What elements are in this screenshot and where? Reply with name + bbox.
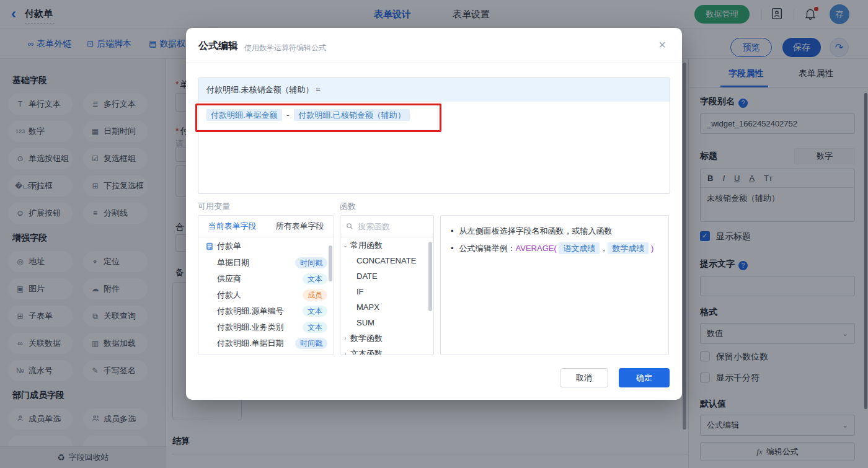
function-item[interactable]: SUM: [340, 315, 433, 330]
variable-item[interactable]: 供应商文本: [198, 271, 334, 287]
example-field-chip: 数学成绩: [608, 242, 649, 254]
type-badge: 成员: [303, 289, 327, 301]
variables-scrollbar[interactable]: [329, 245, 332, 281]
formula-field-token[interactable]: 付款明细.单据金额: [206, 109, 282, 121]
tab-current-form-fields[interactable]: 当前表单字段: [198, 221, 266, 232]
tip-example: 公式编辑举例：AVERAGE( 语文成绩，数学成绩 ): [451, 240, 658, 257]
modal-subtitle: 使用数学运算符编辑公式: [244, 43, 326, 53]
type-badge: 文本: [303, 306, 327, 317]
function-group-text[interactable]: ›文本函数: [340, 346, 433, 355]
functions-label: 函数: [340, 201, 356, 212]
type-badge: 时间戳: [295, 257, 327, 268]
function-search[interactable]: [340, 216, 433, 237]
type-badge: 时间戳: [295, 338, 327, 349]
cancel-button[interactable]: 取消: [560, 368, 608, 387]
example-field-chip: 语文成绩: [559, 242, 600, 254]
confirm-button[interactable]: 确定: [619, 368, 670, 387]
variable-item[interactable]: 付款明细.业务类别文本: [198, 319, 334, 335]
functions-scrollbar[interactable]: [428, 242, 432, 311]
function-item[interactable]: MAPX: [340, 299, 433, 315]
tips-panel: 从左侧面板选择字段名和函数，或输入函数 公式编辑举例：AVERAGE( 语文成绩…: [440, 215, 669, 355]
variable-item[interactable]: 单据日期时间戳: [198, 255, 334, 271]
chevron-down-icon: ⌄: [340, 242, 350, 249]
variable-item[interactable]: 付款人成员: [198, 287, 334, 303]
search-icon: [346, 223, 353, 230]
chevron-right-icon: ›: [340, 335, 350, 342]
function-name: AVERAGE(: [516, 244, 557, 253]
function-group-common[interactable]: ⌄常用函数: [340, 237, 433, 253]
divider: [186, 63, 682, 63]
type-badge: 文本: [303, 273, 327, 285]
functions-panel: ⌄常用函数 CONCATENATE DATE IF MAPX SUM ›数学函数…: [340, 215, 434, 355]
formula-expression[interactable]: 付款明细.单据金额 - 付款明细.已核销金额（辅助）: [198, 102, 670, 129]
formula-field-token[interactable]: 付款明细.已核销金额（辅助）: [294, 109, 410, 121]
formula-target: 付款明细.未核销金额（辅助） =: [198, 78, 670, 102]
function-item[interactable]: IF: [340, 284, 433, 299]
variables-panel: 当前表单字段 所有表单字段 付款单 单据日期时间戳 供应商文本 付款人成员 付款…: [198, 215, 334, 355]
variables-label: 可用变量: [198, 201, 230, 212]
formula-operator: -: [286, 110, 289, 120]
variable-item[interactable]: 付款明细.单据日期时间戳: [198, 335, 334, 351]
function-close: ): [651, 244, 653, 253]
tab-all-form-fields[interactable]: 所有表单字段: [266, 221, 334, 232]
function-item[interactable]: DATE: [340, 268, 433, 284]
close-icon[interactable]: ×: [658, 38, 666, 52]
tip-line: 从左侧面板选择字段名和函数，或输入函数: [451, 223, 658, 240]
chevron-right-icon: ›: [340, 350, 350, 355]
variables-root-node[interactable]: 付款单: [198, 237, 334, 255]
function-group-math[interactable]: ›数学函数: [340, 330, 433, 346]
type-badge: 文本: [303, 322, 327, 333]
form-doc-icon: [206, 242, 213, 250]
modal-title: 公式编辑: [198, 40, 238, 53]
formula-edit-modal: 公式编辑 使用数学运算符编辑公式 × 付款明细.未核销金额（辅助） = 付款明细…: [186, 28, 682, 400]
function-search-input[interactable]: [358, 222, 420, 231]
variables-tabs: 当前表单字段 所有表单字段: [198, 216, 334, 237]
function-item[interactable]: CONCATENATE: [340, 253, 433, 268]
formula-editor[interactable]: 付款明细.未核销金额（辅助） = 付款明细.单据金额 - 付款明细.已核销金额（…: [198, 77, 670, 194]
variable-item[interactable]: 付款明细.源单编号文本: [198, 303, 334, 319]
